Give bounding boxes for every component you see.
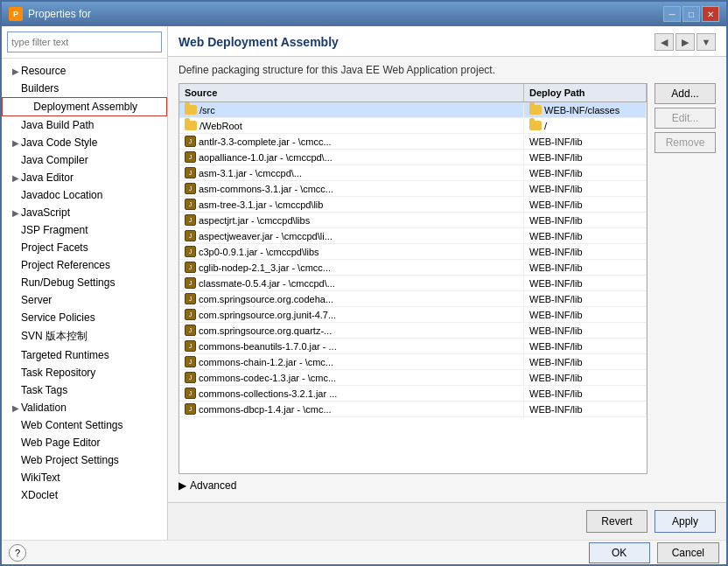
table-row[interactable]: J cglib-nodep-2.1_3.jar - \cmcc... WEB-I… (179, 260, 647, 276)
sidebar-item-targeted-runtimes[interactable]: Targeted Runtimes (2, 346, 167, 364)
tree-spacer (12, 313, 21, 323)
table-row[interactable]: J aspectjrt.jar - \cmccpd\libs WEB-INF/l… (179, 213, 647, 228)
table-row[interactable]: J commons-chain-1.2.jar - \cmc... WEB-IN… (179, 354, 647, 370)
table-row[interactable]: J commons-beanutils-1.7.0.jar - ... WEB-… (179, 339, 647, 354)
sidebar-item-web-page-editor[interactable]: Web Page Editor (2, 434, 167, 451)
back-button[interactable]: ◀ (654, 33, 674, 51)
tree-arrow-icon: ▶ (12, 173, 21, 183)
sidebar-item-web-project-settings[interactable]: Web Project Settings (2, 451, 167, 469)
sidebar-item-wikitext[interactable]: WikiText (2, 469, 167, 486)
jar-icon: J (185, 325, 196, 336)
tree-arrow-icon: ▶ (12, 138, 21, 148)
col-source: Source (179, 84, 524, 101)
close-button[interactable]: ✕ (702, 6, 719, 22)
sidebar-item-project-references[interactable]: Project References (2, 256, 167, 274)
apply-button[interactable]: Apply (654, 510, 716, 533)
source-text: com.springsource.org.quartz-... (199, 325, 332, 336)
table-row[interactable]: /WebRoot / (179, 118, 647, 134)
ok-button[interactable]: OK (589, 542, 650, 563)
sidebar-item-server[interactable]: Server (2, 291, 167, 309)
table-row[interactable]: J asm-commons-3.1.jar - \cmcc... WEB-INF… (179, 181, 647, 197)
source-text: commons-collections-3.2.1.jar ... (199, 388, 337, 399)
table-row[interactable]: J asm-3.1.jar - \cmccpd\... WEB-INF/lib (179, 165, 647, 181)
sidebar-item-svn[interactable]: SVN 版本控制 (2, 326, 167, 346)
sidebar-item-run-debug-settings[interactable]: Run/Debug Settings (2, 274, 167, 291)
jar-icon: J (185, 183, 196, 194)
cancel-button[interactable]: Cancel (657, 542, 719, 563)
cell-source: J commons-chain-1.2.jar - \cmc... (179, 354, 524, 369)
table-row[interactable]: J aopalliance-1.0.jar - \cmccpd\... WEB-… (179, 150, 647, 165)
table-row[interactable]: J com.springsource.org.junit-4.7... WEB-… (179, 307, 647, 323)
deploy-text: WEB-INF/lib (529, 262, 583, 273)
sidebar-item-java-build-path[interactable]: Java Build Path (2, 116, 167, 134)
deploy-text: WEB-INF/lib (529, 231, 583, 241)
sidebar-item-task-repository[interactable]: Task Repository (2, 364, 167, 381)
revert-button[interactable]: Revert (586, 510, 648, 533)
sidebar-item-java-code-style[interactable]: ▶ Java Code Style (2, 134, 167, 151)
edit-button[interactable]: Edit... (654, 108, 716, 129)
sidebar-item-web-content-settings[interactable]: Web Content Settings (2, 416, 167, 434)
sidebar-item-jsp-fragment[interactable]: JSP Fragment (2, 221, 167, 239)
deploy-text: WEB-INF/lib (529, 357, 583, 367)
table-row[interactable]: J com.springsource.org.quartz-... WEB-IN… (179, 323, 647, 339)
sidebar-item-label: Project References (21, 259, 110, 271)
cell-deploy: WEB-INF/lib (524, 134, 647, 149)
table-row[interactable]: J commons-dbcp-1.4.jar - \cmc... WEB-INF… (179, 402, 647, 417)
minimize-button[interactable]: ─ (663, 6, 681, 22)
forward-button[interactable]: ▶ (676, 33, 695, 51)
maximize-button[interactable]: □ (682, 6, 700, 22)
filter-input[interactable] (7, 31, 162, 52)
cell-source: J cglib-nodep-2.1_3.jar - \cmcc... (179, 260, 524, 275)
sidebar-item-task-tags[interactable]: Task Tags (2, 381, 167, 399)
table-row[interactable]: J commons-collections-3.2.1.jar ... WEB-… (179, 386, 647, 402)
cell-source: J commons-codec-1.3.jar - \cmc... (179, 370, 524, 385)
cell-deploy: WEB-INF/lib (524, 339, 647, 353)
cell-deploy: WEB-INF/classes (524, 102, 647, 117)
cell-deploy: WEB-INF/lib (524, 213, 647, 227)
sidebar-item-javascript[interactable]: ▶ JavaScript (2, 204, 167, 221)
add-button[interactable]: Add... (654, 83, 716, 104)
jar-icon: J (185, 293, 196, 304)
remove-button[interactable]: Remove (654, 132, 716, 153)
sidebar-item-xdoclet[interactable]: XDoclet (2, 486, 167, 504)
cell-source: J commons-beanutils-1.7.0.jar - ... (179, 339, 524, 353)
source-text: antlr-3.3-complete.jar - \cmcc... (199, 136, 332, 147)
jar-icon: J (185, 199, 196, 210)
table-row[interactable]: J c3p0-0.9.1.jar - \cmccpd\libs WEB-INF/… (179, 244, 647, 260)
source-text: commons-codec-1.3.jar - \cmc... (199, 373, 336, 383)
deploy-text: WEB-INF/lib (529, 136, 583, 147)
sidebar-item-builders[interactable]: Builders (2, 80, 167, 97)
window-title: Properties for (28, 8, 91, 20)
cell-deploy: WEB-INF/lib (524, 402, 647, 416)
table-area: Source Deploy Path /src WEB-INF/classes … (178, 83, 716, 474)
cell-source: J aspectjweaver.jar - \cmccpd\li... (179, 228, 524, 243)
sidebar-item-label: Java Compiler (21, 154, 88, 166)
right-panel: Web Deployment Assembly ◀ ▶ ▼ Define pac… (168, 26, 726, 540)
dropdown-button[interactable]: ▼ (696, 33, 716, 51)
sidebar-item-validation[interactable]: ▶ Validation (2, 399, 167, 416)
folder-icon (185, 121, 197, 130)
table-row[interactable]: J commons-codec-1.3.jar - \cmc... WEB-IN… (179, 370, 647, 386)
sidebar-item-javadoc-location[interactable]: Javadoc Location (2, 186, 167, 204)
sidebar-item-service-policies[interactable]: Service Policies (2, 309, 167, 326)
sidebar-item-java-compiler[interactable]: Java Compiler (2, 151, 167, 169)
sidebar-item-project-facets[interactable]: Project Facets (2, 239, 167, 256)
table-row[interactable]: /src WEB-INF/classes (179, 102, 647, 118)
cell-source: /src (179, 102, 524, 117)
advanced-section[interactable]: ▶ Advanced (178, 474, 716, 495)
tree-spacer (12, 368, 21, 378)
deploy-text: / (544, 121, 547, 131)
sidebar-item-deployment-assembly[interactable]: Deployment Assembly (2, 97, 167, 116)
table-row[interactable]: J antlr-3.3-complete.jar - \cmcc... WEB-… (179, 134, 647, 150)
sidebar-item-java-editor[interactable]: ▶ Java Editor (2, 169, 167, 186)
table-row[interactable]: J asm-tree-3.1.jar - \cmccpd\lib WEB-INF… (179, 197, 647, 213)
sidebar-item-label: Validation (21, 402, 66, 414)
table-row[interactable]: J aspectjweaver.jar - \cmccpd\li... WEB-… (179, 228, 647, 244)
deploy-text: WEB-INF/lib (529, 325, 583, 336)
left-panel: ▶ Resource Builders Deployment Assembly … (2, 26, 168, 540)
table-row[interactable]: J classmate-0.5.4.jar - \cmccpd\... WEB-… (179, 276, 647, 291)
help-button[interactable]: ? (9, 544, 26, 562)
table-row[interactable]: J com.springsource.org.codeha... WEB-INF… (179, 291, 647, 307)
tree-spacer (12, 421, 21, 430)
sidebar-item-resource[interactable]: ▶ Resource (2, 62, 167, 80)
